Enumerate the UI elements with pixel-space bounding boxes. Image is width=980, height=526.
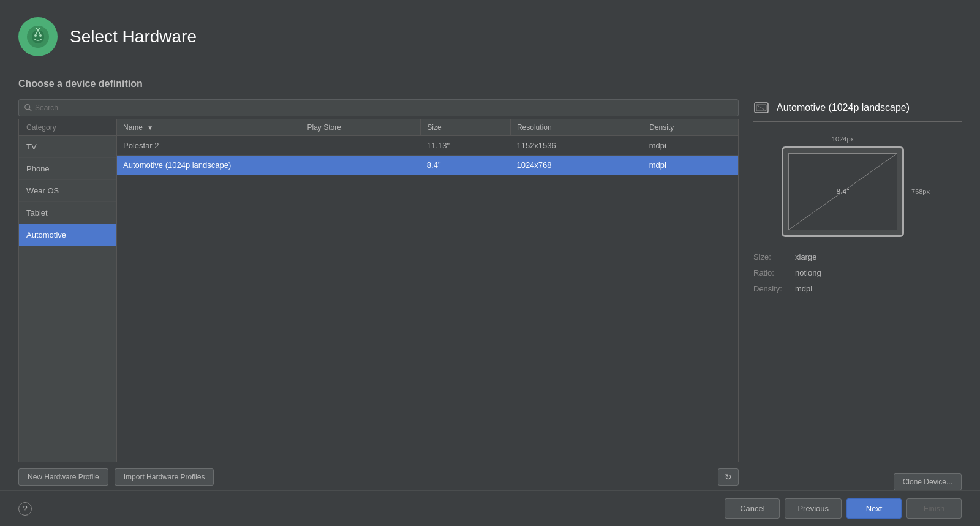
sort-arrow-icon: ▼	[147, 124, 153, 131]
device-preview-header: Automotive (1024p landscape)	[753, 99, 962, 122]
diagram-width-label: 1024px	[832, 135, 854, 143]
table-header-row: Name ▼ Play Store Size Resolution Densit…	[117, 119, 738, 136]
spec-value-size: xlarge	[795, 249, 816, 265]
next-button[interactable]: Next	[846, 498, 902, 519]
main-content: Category TV Phone Wear OS Tablet Automot…	[0, 99, 980, 490]
device-specs: Size: xlarge Ratio: notlong Density: mdp…	[753, 249, 962, 297]
device-resolution: 1024x768	[510, 156, 643, 175]
device-name: Automotive (1024p landscape)	[117, 156, 301, 175]
device-play-store	[301, 156, 421, 175]
finish-button[interactable]: Finish	[907, 498, 962, 519]
device-size: 8.4"	[421, 156, 511, 175]
device-name: Polestar 2	[117, 136, 301, 156]
category-sidebar: Category TV Phone Wear OS Tablet Automot…	[19, 119, 117, 462]
spec-value-density: mdpi	[795, 281, 812, 297]
refresh-button[interactable]: ↻	[718, 468, 739, 486]
subtitle: Choose a device definition	[18, 78, 962, 89]
device-play-store	[301, 136, 421, 156]
spec-row-density: Density: mdpi	[753, 281, 962, 297]
device-diagram: 1024px 8.4" 768px	[753, 132, 962, 237]
spec-label-size: Size:	[753, 249, 790, 265]
sidebar-item-wear-os[interactable]: Wear OS	[19, 180, 116, 202]
col-header-play-store: Play Store	[301, 119, 421, 136]
sidebar-item-phone[interactable]: Phone	[19, 158, 116, 180]
sidebar-item-automotive[interactable]: Automotive	[19, 224, 116, 246]
previous-button[interactable]: Previous	[785, 498, 842, 519]
col-header-density: Density	[643, 119, 738, 136]
subtitle-bar: Choose a device definition	[0, 73, 980, 99]
table-row[interactable]: Automotive (1024p landscape) 8.4" 1024x7…	[117, 156, 738, 175]
svg-line-6	[29, 109, 32, 111]
device-density: mdpi	[643, 156, 738, 175]
category-header: Category	[19, 119, 116, 136]
sidebar-item-tablet[interactable]: Tablet	[19, 202, 116, 224]
device-size: 11.13"	[421, 136, 511, 156]
col-header-name[interactable]: Name ▼	[117, 119, 301, 136]
device-rect: 8.4"	[782, 146, 904, 237]
footer-left: ?	[18, 502, 32, 516]
clone-device-button[interactable]: Clone Device...	[894, 473, 962, 490]
search-bar[interactable]	[18, 99, 739, 116]
search-icon	[24, 103, 32, 112]
device-size-label: 8.4"	[837, 187, 850, 196]
bottom-bar: New Hardware Profile Import Hardware Pro…	[18, 462, 739, 490]
device-preview-title: Automotive (1024p landscape)	[777, 102, 910, 113]
svg-line-9	[756, 105, 766, 111]
device-density: mdpi	[643, 136, 738, 156]
left-panel: Category TV Phone Wear OS Tablet Automot…	[18, 99, 739, 490]
device-inner: 8.4"	[788, 153, 897, 230]
spec-label-density: Density:	[753, 281, 790, 297]
svg-point-1	[34, 34, 37, 37]
device-preview-icon	[753, 99, 771, 116]
search-input[interactable]	[35, 103, 733, 112]
svg-point-2	[39, 34, 42, 37]
diagram-height-label: 768px	[911, 188, 930, 195]
page-title: Select Hardware	[70, 27, 197, 47]
device-resolution: 1152x1536	[510, 136, 643, 156]
app-logo	[18, 17, 58, 56]
cancel-button[interactable]: Cancel	[725, 498, 780, 519]
header: Select Hardware	[0, 0, 980, 73]
spec-row-size: Size: xlarge	[753, 249, 962, 265]
help-button[interactable]: ?	[18, 502, 32, 516]
svg-point-5	[25, 105, 30, 110]
table-row[interactable]: Polestar 2 11.13" 1152x1536 mdpi	[117, 136, 738, 156]
new-hardware-profile-button[interactable]: New Hardware Profile	[18, 468, 108, 486]
device-table-wrapper: Name ▼ Play Store Size Resolution Densit…	[117, 119, 738, 462]
table-area: Category TV Phone Wear OS Tablet Automot…	[18, 119, 739, 462]
device-table: Name ▼ Play Store Size Resolution Densit…	[117, 119, 738, 175]
spec-row-ratio: Ratio: notlong	[753, 265, 962, 281]
sidebar-item-tv[interactable]: TV	[19, 136, 116, 158]
clone-button-wrapper: Clone Device...	[753, 461, 962, 490]
spec-value-ratio: notlong	[795, 265, 821, 281]
col-header-size: Size	[421, 119, 511, 136]
right-panel: Automotive (1024p landscape) 1024px 8.4"	[753, 99, 962, 490]
footer: ? Cancel Previous Next Finish	[0, 490, 980, 526]
import-hardware-profiles-button[interactable]: Import Hardware Profiles	[115, 468, 214, 486]
col-header-resolution: Resolution	[510, 119, 643, 136]
spec-label-ratio: Ratio:	[753, 265, 790, 281]
